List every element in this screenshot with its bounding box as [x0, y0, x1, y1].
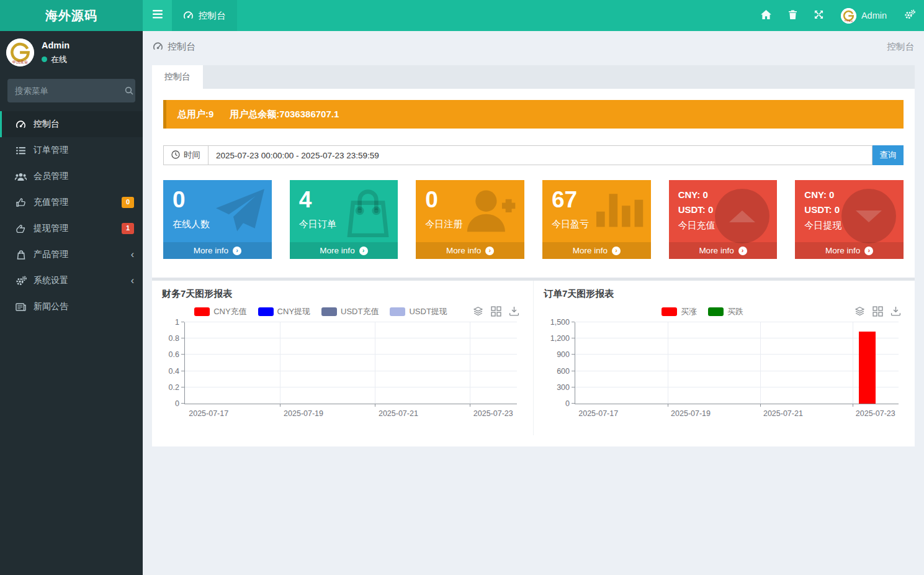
- chart-plot: 03006009001,2001,5002025-07-172025-07-19…: [575, 322, 899, 404]
- legend-swatch: [708, 307, 724, 316]
- navbar-tab-dashboard[interactable]: 控制台: [172, 0, 237, 31]
- trash-icon: [789, 10, 797, 22]
- time-label: 时间: [184, 150, 200, 161]
- time-range-input[interactable]: [209, 145, 872, 165]
- more-info-link[interactable]: More info ›: [542, 242, 651, 259]
- legend-item[interactable]: 买跌: [708, 306, 743, 317]
- grid-line: [575, 338, 899, 338]
- legend-item[interactable]: CNY提现: [258, 306, 310, 317]
- legend-item[interactable]: USDT充值: [321, 306, 379, 317]
- circle-caret-down-icon: [841, 189, 896, 243]
- sidebar-item-1[interactable]: 控制台: [0, 111, 143, 137]
- arrow-circle-right-icon: ›: [233, 247, 241, 255]
- shopping-bag-icon: [346, 229, 390, 239]
- y-axis-tick-label: 1,500: [550, 318, 570, 327]
- info-box-4: 67 今日盈亏 More info ›: [542, 180, 651, 259]
- grid-line: [575, 387, 899, 387]
- brand-logo[interactable]: 海外源码: [0, 0, 143, 31]
- y-axis-tick-label: 1: [175, 318, 179, 327]
- info-box-6: CNY: 0 USDT: 0 今日提现 More info ›: [795, 180, 904, 259]
- fullscreen-button[interactable]: [805, 0, 832, 31]
- x-axis-tick-label: 2025-07-17: [578, 409, 618, 418]
- grid-line: [185, 354, 517, 355]
- grid-line: [185, 371, 517, 371]
- sidebar-item-8[interactable]: 新闻公告: [0, 294, 143, 320]
- grid-line: [668, 322, 668, 404]
- sidebar-item-label: 控制台: [34, 119, 134, 130]
- thumbs-up-icon: [15, 198, 27, 207]
- y-axis-tick-label: 1,200: [550, 334, 570, 343]
- gauge-icon: [183, 11, 194, 21]
- sidebar-toggle-button[interactable]: [143, 0, 172, 31]
- bar-chart-icon: [596, 219, 644, 229]
- hamburger-icon: [153, 10, 163, 21]
- grid-line: [853, 322, 853, 404]
- clock-icon: [171, 150, 180, 161]
- more-info-link[interactable]: More info ›: [290, 242, 398, 259]
- users-icon: [15, 173, 27, 181]
- info-box-2: 4 今日订单 More info ›: [290, 180, 398, 259]
- more-info-label: More info: [446, 246, 481, 255]
- grid-line: [375, 322, 375, 404]
- home-button[interactable]: [752, 0, 780, 31]
- breadcrumb: 控制台 控制台: [143, 31, 924, 57]
- more-info-link[interactable]: More info ›: [669, 242, 778, 259]
- grid-line: [185, 387, 517, 387]
- legend-label: 买涨: [681, 306, 697, 317]
- download-tool-icon[interactable]: [890, 306, 901, 317]
- search-icon[interactable]: [125, 86, 133, 95]
- more-info-label: More info: [699, 246, 733, 255]
- tab-dashboard[interactable]: 控制台: [152, 65, 203, 89]
- avatar: 中国黄金: [841, 8, 856, 24]
- search-input[interactable]: [15, 86, 125, 96]
- sidebar-item-4[interactable]: 充值管理0: [0, 189, 143, 215]
- y-axis-tick-label: 0.6: [169, 350, 179, 359]
- gauge-icon: [15, 120, 27, 129]
- sidebar-menu: 控制台订单管理会员管理充值管理0提现管理1产品管理‹系统设置‹新闻公告: [0, 111, 143, 320]
- legend-item[interactable]: CNY充值: [194, 306, 246, 317]
- x-axis-tick-label: 2025-07-19: [671, 409, 711, 418]
- y-axis-tick-label: 600: [557, 367, 570, 376]
- x-axis-tick-label: 2025-07-21: [379, 409, 418, 418]
- dashboard-panel: 总用户:9 用户总余额:7036386707.1 时间 查询 0 在线人数 Mo…: [152, 89, 915, 446]
- info-box-5: CNY: 0 USDT: 0 今日充值 More info ›: [669, 180, 778, 259]
- breadcrumb-current: 控制台: [168, 41, 195, 53]
- total-balance-label: 用户总余额:7036386707.1: [230, 109, 339, 120]
- sidebar-item-3[interactable]: 会员管理: [0, 163, 143, 189]
- grid-line: [185, 322, 517, 322]
- legend-item[interactable]: 买涨: [662, 306, 697, 317]
- legend-swatch: [321, 307, 337, 316]
- more-info-link[interactable]: More info ›: [163, 242, 272, 259]
- y-axis-tick-label: 0.2: [169, 383, 179, 392]
- user-menu[interactable]: 中国黄金 Admin: [832, 0, 895, 31]
- bar-买涨: [859, 332, 876, 404]
- legend-label: USDT充值: [341, 306, 379, 317]
- settings-button[interactable]: [895, 0, 924, 31]
- more-info-link[interactable]: More info ›: [795, 242, 904, 259]
- query-button[interactable]: 查询: [872, 145, 904, 165]
- legend-item[interactable]: USDT提现: [390, 306, 447, 317]
- sidebar-item-7[interactable]: 系统设置‹: [0, 268, 143, 294]
- more-info-label: More info: [825, 246, 860, 255]
- grid-line: [185, 338, 517, 338]
- stack-tool-icon[interactable]: [473, 306, 483, 317]
- y-axis-tick-label: 300: [557, 383, 570, 392]
- sidebar-item-5[interactable]: 提现管理1: [0, 215, 143, 242]
- cogs-icon: [904, 9, 915, 22]
- sidebar-item-6[interactable]: 产品管理‹: [0, 242, 143, 268]
- sidebar-item-label: 产品管理: [34, 249, 124, 260]
- download-tool-icon[interactable]: [509, 306, 519, 317]
- bag-icon: [15, 250, 27, 260]
- x-axis-tick-label: 2025-07-23: [856, 409, 895, 418]
- y-axis-tick-label: 0.4: [169, 367, 179, 376]
- sidebar-search: [7, 79, 135, 102]
- legend-label: CNY充值: [213, 306, 246, 317]
- tiled-tool-icon[interactable]: [872, 306, 883, 317]
- time-filter: 时间 查询: [163, 145, 904, 165]
- clear-cache-button[interactable]: [780, 0, 805, 31]
- sidebar-item-2[interactable]: 订单管理: [0, 137, 143, 163]
- more-info-link[interactable]: More info ›: [416, 242, 524, 259]
- more-info-label: More info: [194, 246, 228, 255]
- tiled-tool-icon[interactable]: [491, 306, 501, 317]
- stack-tool-icon[interactable]: [854, 306, 865, 317]
